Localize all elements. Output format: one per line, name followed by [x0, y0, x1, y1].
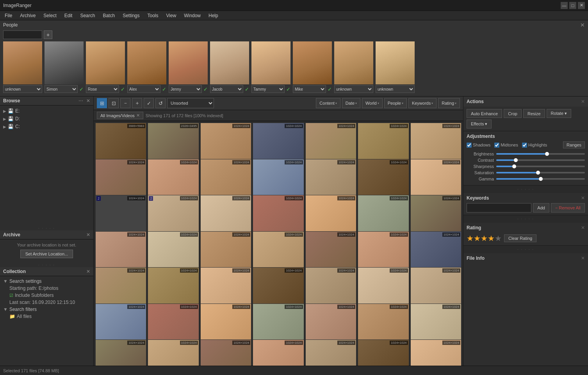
grid-view-button[interactable]: ⊞ [97, 98, 107, 108]
menu-item-tools[interactable]: Tools [146, 12, 160, 19]
person-photo-1[interactable] [45, 41, 84, 84]
slider-thumb-0[interactable] [545, 152, 549, 156]
people-panel-close[interactable]: ✕ [580, 22, 585, 28]
select-all-button[interactable]: ⊡ [109, 98, 119, 108]
menu-item-select[interactable]: Select [42, 12, 58, 19]
keywords-close[interactable]: ✕ [581, 195, 585, 201]
person-photo-7[interactable] [293, 41, 332, 84]
person-name-select-7[interactable]: Mike [293, 85, 326, 93]
slider-thumb-1[interactable] [514, 158, 518, 162]
menu-item-edit[interactable]: Edit [63, 12, 74, 19]
drive-item-E:[interactable]: ▶ 💾 E: [3, 107, 90, 115]
keywords-add-button[interactable]: Add [533, 203, 549, 212]
collection-close-icon[interactable]: ✕ [86, 269, 90, 274]
action-btn-resize[interactable]: Resize [523, 109, 545, 118]
filter-tag-close[interactable]: ✕ [136, 113, 140, 118]
person-name-select-5[interactable]: Jacob [210, 85, 243, 93]
shadows-check[interactable]: Shadows [467, 143, 490, 148]
person-photo-3[interactable] [127, 41, 166, 84]
midtones-check[interactable]: Midtones [494, 143, 518, 148]
person-name-select-2[interactable]: Rose [86, 85, 119, 93]
star-1[interactable]: ★ [467, 234, 474, 243]
person-name-select-3[interactable]: Alex [127, 85, 160, 93]
star-3[interactable]: ★ [481, 234, 488, 243]
minimize-button[interactable]: — [561, 2, 568, 9]
slider-track-4[interactable] [496, 178, 585, 180]
people-filter-button[interactable]: People ▾ [384, 98, 407, 108]
person-photo-8[interactable] [334, 41, 373, 84]
person-photo-9[interactable] [376, 41, 415, 84]
star-5[interactable]: ★ [495, 234, 502, 243]
action-btn-auto-enhance[interactable]: Auto Enhance [467, 109, 502, 118]
keywords-resize-handle[interactable]: · · · · · [463, 215, 588, 223]
menu-item-archive[interactable]: Archive [18, 12, 37, 19]
slider-track-2[interactable] [496, 166, 585, 167]
person-photo-5[interactable] [210, 41, 249, 84]
menu-item-batch[interactable]: Batch [101, 12, 116, 19]
people-search-input[interactable] [3, 30, 42, 39]
fileinfo-close[interactable]: ✕ [581, 255, 585, 261]
check-button[interactable]: ✓ [144, 98, 154, 108]
slider-track-1[interactable] [496, 159, 585, 161]
menu-item-settings[interactable]: Settings [121, 12, 141, 19]
slider-thumb-3[interactable] [536, 171, 540, 175]
browse-resize-handle[interactable]: · · · · · [0, 226, 93, 230]
person-photo-4[interactable] [169, 41, 208, 84]
person-name-select-6[interactable]: Tammy [251, 85, 285, 93]
archive-resize-handle[interactable]: · · · · · [0, 263, 93, 267]
drive-item-C:[interactable]: ▶ 💾 C: [3, 123, 90, 130]
close-window-button[interactable]: ✕ [578, 2, 585, 9]
person-name-select-0[interactable]: unknown [3, 85, 42, 93]
person-name-select-1[interactable]: Simon [45, 85, 78, 93]
adjustments-resize-handle[interactable]: · · · · · [463, 186, 588, 193]
collection-item-header-1[interactable]: ▼ Search filters [3, 306, 90, 313]
person-photo-2[interactable] [86, 41, 125, 84]
slider-track-3[interactable] [496, 172, 585, 173]
person-photo-0[interactable] [3, 41, 42, 84]
zoom-in-button[interactable]: ＋ [132, 98, 142, 108]
coll-child-0-1[interactable]: ☑Include Subfolders [9, 292, 90, 299]
sort-select[interactable]: Unsorted [167, 98, 214, 108]
maximize-button[interactable]: □ [569, 2, 576, 9]
date-filter-button[interactable]: Date ▾ [342, 98, 360, 108]
menu-item-file[interactable]: File [3, 12, 14, 19]
rating-close[interactable]: ✕ [581, 225, 585, 230]
slider-fill-0 [496, 153, 545, 155]
keywords-input[interactable] [467, 203, 531, 212]
slider-thumb-4[interactable] [539, 177, 543, 181]
archive-close-icon[interactable]: ✕ [86, 232, 90, 238]
person-name-select-9[interactable]: unknown [376, 85, 415, 93]
drive-item-D:[interactable]: ▶ 💾 D: [3, 115, 90, 123]
set-archive-location-button[interactable]: Set Archive Location... [20, 250, 73, 258]
action-btn-rotate-▾[interactable]: Rotate ▾ [547, 109, 571, 118]
slider-track-0[interactable] [496, 153, 585, 155]
keywords-filter-button[interactable]: Keywords ▾ [408, 98, 437, 108]
keywords-remove-all-button[interactable]: − Remove All [551, 203, 585, 212]
refresh-button[interactable]: ↺ [155, 98, 166, 108]
person-name-select-4[interactable]: Jenny [169, 85, 202, 93]
zoom-out-button[interactable]: － [120, 98, 130, 108]
rating-filter-button[interactable]: Rating ▾ [438, 98, 460, 108]
slider-thumb-2[interactable] [512, 164, 516, 168]
world-filter-button[interactable]: World ▾ [362, 98, 383, 108]
people-add-button[interactable]: + [44, 30, 52, 39]
browse-close-icon[interactable]: ✕ [86, 98, 90, 104]
content-filter-button[interactable]: Content ▾ [316, 98, 340, 108]
person-name-select-8[interactable]: unknown [334, 85, 373, 93]
action-btn-crop[interactable]: Crop [504, 109, 522, 118]
ranges-button[interactable]: Ranges [563, 141, 585, 148]
browse-expand-icon[interactable]: ⋯ [78, 98, 83, 104]
menu-item-view[interactable]: View [165, 12, 178, 19]
menu-item-help[interactable]: Help [207, 12, 220, 19]
star-4[interactable]: ★ [488, 234, 495, 243]
highlights-check[interactable]: Highlights [522, 143, 547, 148]
menu-item-search[interactable]: Search [78, 12, 96, 19]
rating-resize-handle[interactable]: · · · · · [463, 246, 588, 253]
person-photo-6[interactable] [251, 41, 290, 84]
clear-rating-button[interactable]: Clear Rating [504, 234, 536, 242]
actions-close[interactable]: ✕ [581, 99, 585, 104]
action-btn-effects-▾[interactable]: Effects ▾ [467, 120, 492, 129]
menu-item-window[interactable]: Window [182, 12, 202, 19]
star-2[interactable]: ★ [474, 234, 481, 243]
collection-item-header-0[interactable]: ▼ Search settings [3, 278, 90, 285]
